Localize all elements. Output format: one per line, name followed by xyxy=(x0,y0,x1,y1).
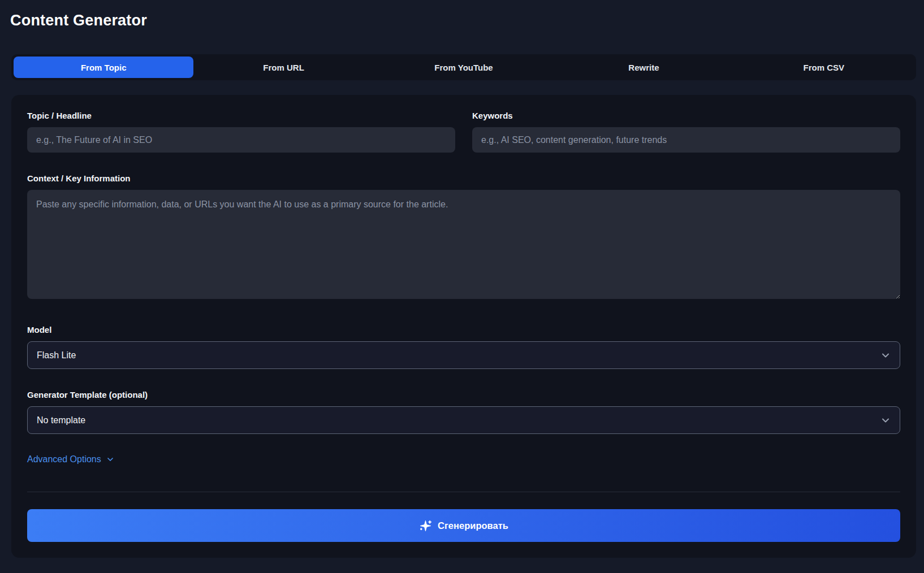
generate-button[interactable]: Сгенерировать xyxy=(27,509,900,542)
tab-from-url[interactable]: From URL xyxy=(193,57,373,78)
model-select[interactable]: Flash Lite xyxy=(27,341,900,369)
topic-field-group: Topic / Headline xyxy=(27,111,455,153)
generate-button-label: Сгенерировать xyxy=(438,520,508,531)
topic-label: Topic / Headline xyxy=(27,111,455,120)
generator-form-card: Topic / Headline Keywords Context / Key … xyxy=(11,95,916,558)
tab-from-topic[interactable]: From Topic xyxy=(14,57,193,78)
advanced-options-toggle[interactable]: Advanced Options xyxy=(27,454,115,465)
context-textarea[interactable] xyxy=(27,190,900,299)
template-select[interactable]: No template xyxy=(27,406,900,434)
tab-rewrite[interactable]: Rewrite xyxy=(554,57,733,78)
topic-input[interactable] xyxy=(27,127,455,153)
tab-bar: From Topic From URL From YouTube Rewrite… xyxy=(11,54,916,80)
sparkles-icon xyxy=(419,519,432,532)
advanced-options-label: Advanced Options xyxy=(27,454,101,465)
page-title: Content Generator xyxy=(0,0,924,29)
chevron-down-icon xyxy=(106,455,115,464)
template-field-group: Generator Template (optional) No templat… xyxy=(27,390,900,434)
topic-keywords-row: Topic / Headline Keywords xyxy=(27,111,900,153)
model-label: Model xyxy=(27,325,900,335)
context-label: Context / Key Information xyxy=(27,173,900,183)
tab-from-youtube[interactable]: From YouTube xyxy=(374,57,554,78)
keywords-label: Keywords xyxy=(472,111,900,120)
context-field-group: Context / Key Information xyxy=(27,173,900,301)
template-label: Generator Template (optional) xyxy=(27,390,900,400)
tab-from-csv[interactable]: From CSV xyxy=(734,57,914,78)
model-field-group: Model Flash Lite xyxy=(27,325,900,369)
keywords-field-group: Keywords xyxy=(472,111,900,153)
keywords-input[interactable] xyxy=(472,127,900,153)
divider xyxy=(27,492,900,492)
